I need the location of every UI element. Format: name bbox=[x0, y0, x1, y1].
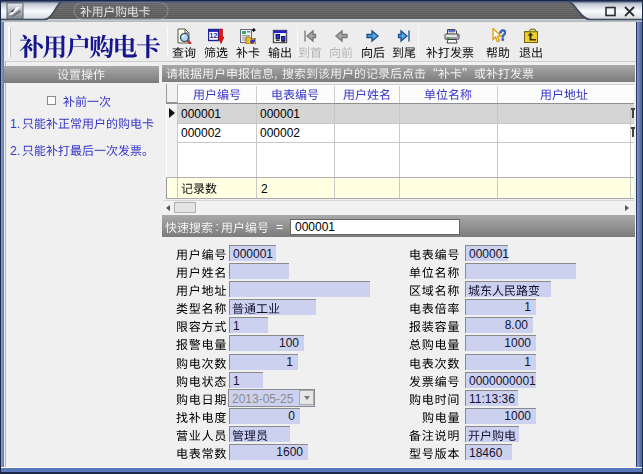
svg-text:12: 12 bbox=[210, 32, 218, 39]
